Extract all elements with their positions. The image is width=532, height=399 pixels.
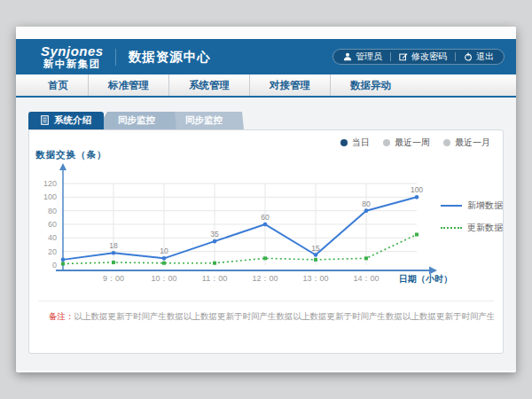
app-window: Synjones 新中新集团 数据资源中心 管理员 修改密码 [16, 27, 516, 372]
change-password-label: 修改密码 [411, 51, 447, 63]
svg-text:100: 100 [411, 185, 423, 194]
svg-text:18: 18 [109, 241, 118, 250]
nav-item-standard-mgmt[interactable]: 标准管理 [89, 74, 169, 96]
logout-label: 退出 [476, 51, 494, 63]
svg-text:0: 0 [52, 261, 57, 270]
svg-text:日期（小时）: 日期（小时） [399, 274, 449, 284]
edit-icon [399, 52, 408, 61]
nav-item-system-mgmt[interactable]: 系统管理 [169, 74, 250, 96]
tab-label: 同步监控 [118, 114, 155, 127]
svg-text:100: 100 [43, 192, 57, 201]
svg-text:80: 80 [362, 200, 371, 208]
svg-text:15: 15 [311, 244, 320, 253]
y-axis-title: 数据交换（条） [35, 149, 107, 161]
footnote-text: 以上数据更新于时间产生数据以上数据更新于时间产生数据以上数据更新于时间产生数据以… [74, 311, 495, 321]
svg-text:35: 35 [210, 230, 219, 239]
toolbar-divider [390, 52, 391, 61]
svg-text:60: 60 [261, 213, 270, 222]
current-user[interactable]: 管理员 [343, 51, 382, 63]
nav-item-home[interactable]: 首页 [28, 74, 89, 96]
radio-label: 最近一月 [455, 137, 490, 149]
svg-text:60: 60 [48, 220, 57, 229]
chart-panel: 当日 最近一周 最近一月 数据交换（条） 0204060801001209：00… [28, 129, 504, 354]
company-logo: Synjones 新中新集团 [41, 44, 104, 69]
svg-text:11：00: 11：00 [202, 274, 227, 283]
document-icon [41, 115, 49, 127]
nav-item-data-change[interactable]: 数据异动 [331, 74, 411, 96]
footnote-prefix: 备注： [49, 311, 74, 321]
radio-last-week[interactable]: 最近一周 [383, 137, 430, 149]
app-header: Synjones 新中新集团 数据资源中心 管理员 修改密码 [16, 39, 516, 74]
panel-divider [38, 301, 494, 301]
radio-label: 最近一周 [395, 137, 430, 149]
svg-text:12：00: 12：00 [252, 274, 278, 283]
svg-text:10：00: 10：00 [151, 274, 176, 283]
user-name: 管理员 [356, 51, 382, 63]
user-toolbar: 管理员 修改密码 退出 [332, 49, 505, 65]
tab-label: 同步监控 [185, 114, 223, 127]
power-icon [464, 52, 473, 61]
legend-item-updated-data[interactable]: 更新数据 [441, 222, 503, 234]
svg-text:80: 80 [48, 207, 57, 215]
tab-label: 系统介绍 [54, 114, 91, 127]
svg-text:9：00: 9：00 [103, 274, 124, 283]
svg-text:40: 40 [48, 233, 57, 242]
tab-sync-monitor-1[interactable]: 同步监控 [97, 112, 176, 129]
nav-item-integration-mgmt[interactable]: 对接管理 [250, 74, 331, 96]
legend-item-new-data[interactable]: 新增数据 [441, 200, 503, 212]
logo-text-en: Synjones [41, 44, 104, 59]
browser-strip [16, 27, 516, 39]
change-password-button[interactable]: 修改密码 [399, 51, 447, 63]
radio-today[interactable]: 当日 [340, 137, 370, 149]
logo-text-cn: 新中新集团 [41, 59, 104, 69]
radio-dot [383, 139, 390, 146]
svg-text:20: 20 [48, 247, 57, 256]
page-content: 系统介绍 同步监控 同步监控 当日 最近一周 [16, 98, 516, 371]
footnote: 备注：以上数据更新于时间产生数据以上数据更新于时间产生数据以上数据更新于时间产生… [49, 310, 494, 323]
svg-text:10: 10 [160, 246, 168, 255]
page-title: 数据资源中心 [115, 49, 211, 66]
toolbar-divider [455, 52, 456, 61]
time-range-filter: 当日 最近一周 最近一月 [340, 137, 490, 149]
tab-system-intro[interactable]: 系统介绍 [28, 112, 104, 129]
main-nav: 首页 标准管理 系统管理 对接管理 数据异动 [16, 74, 516, 98]
radio-dot [340, 139, 348, 146]
radio-label: 当日 [352, 137, 370, 149]
line-sample-solid-icon [441, 205, 462, 207]
radio-last-month[interactable]: 最近一月 [443, 137, 490, 149]
desktop-background: Synjones 新中新集团 数据资源中心 管理员 修改密码 [0, 0, 532, 399]
brand: Synjones 新中新集团 数据资源中心 [41, 44, 211, 69]
svg-text:14：00: 14：00 [353, 274, 379, 283]
svg-text:13：00: 13：00 [302, 274, 328, 283]
svg-text:120: 120 [43, 179, 57, 188]
line-sample-dotted-icon [441, 227, 462, 229]
chart-canvas: 0204060801001209：0010：0011：0012：0013：001… [32, 162, 449, 288]
legend-label: 新增数据 [467, 200, 503, 212]
radio-dot [443, 139, 450, 146]
tab-bar: 系统介绍 同步监控 同步监控 [28, 112, 244, 129]
user-icon [343, 52, 352, 61]
chart-legend: 新增数据 更新数据 [441, 200, 503, 234]
legend-label: 更新数据 [467, 222, 503, 234]
logout-button[interactable]: 退出 [464, 51, 494, 63]
